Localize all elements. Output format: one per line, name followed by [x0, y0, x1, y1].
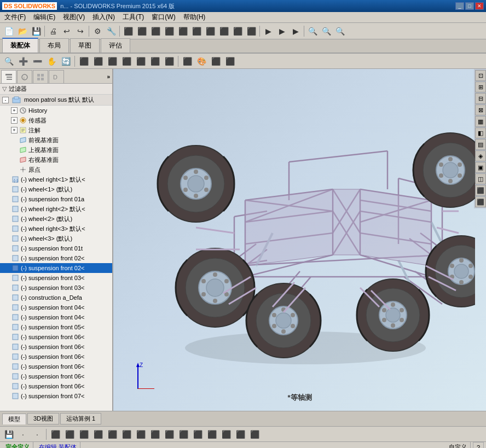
tree-item-sensors[interactable]: + 传感器: [0, 115, 112, 125]
tree-item-wheel-right-3[interactable]: (-) wheel right<3> 默认<: [0, 224, 112, 234]
menu-tools[interactable]: 工具(T): [119, 11, 147, 23]
history-expand[interactable]: +: [11, 107, 18, 114]
vp-btn-2[interactable]: ⊞: [475, 82, 486, 92]
zoom-out-button[interactable]: ➖: [31, 55, 44, 68]
display-btn-1[interactable]: ⬛: [77, 55, 90, 68]
tb-btn-11[interactable]: ▶: [262, 25, 275, 38]
tree-item-wheel-1[interactable]: (-) wheel<1> (默认): [0, 184, 112, 194]
tb-btn-13[interactable]: ▶: [289, 25, 302, 38]
cmd-btn-15[interactable]: ⬛: [205, 428, 218, 441]
panel-tab-property[interactable]: i: [17, 70, 32, 83]
realview-btn[interactable]: ⬛: [223, 55, 236, 68]
tb-btn-7[interactable]: ⬛: [204, 25, 217, 38]
cmd-btn-12[interactable]: ⬛: [163, 428, 176, 441]
cmd-btn-8[interactable]: ⬛: [106, 428, 119, 441]
cmd-btn-5[interactable]: ⬛: [63, 428, 76, 441]
tree-item-susp-05[interactable]: (-) suspension front 05<: [0, 322, 112, 332]
tb-btn-2[interactable]: ⬛: [135, 25, 148, 38]
new-button[interactable]: 📄: [2, 25, 15, 38]
tree-item-wheel-right-2[interactable]: (-) wheel right<2> 默认<: [0, 204, 112, 214]
panel-tab-feature-tree[interactable]: [1, 70, 16, 83]
vp-btn-12[interactable]: ⬛: [475, 196, 486, 207]
cmd-btn-3[interactable]: ·: [31, 428, 44, 441]
rotate-button[interactable]: 🔄: [59, 55, 72, 68]
tree-item-right-plane[interactable]: 右视基准面: [0, 155, 112, 165]
tree-item-susp-06f[interactable]: (-) suspension front 06<: [0, 381, 112, 391]
tree-item-susp-01a[interactable]: (-) suspension front 01a: [0, 194, 112, 204]
tb-btn-4[interactable]: ⬛: [163, 25, 176, 38]
cmd-btn-2[interactable]: ·: [16, 428, 30, 441]
tb-btn-12[interactable]: ▶: [275, 25, 288, 38]
tree-item-notes[interactable]: + 注解: [0, 125, 112, 135]
display-btn-4[interactable]: ⬛: [120, 55, 133, 68]
display-btn-6[interactable]: ⬛: [148, 55, 161, 68]
cmd-btn-18[interactable]: ⬛: [248, 428, 261, 441]
tab-evaluate[interactable]: 评估: [101, 38, 130, 53]
vp-btn-11[interactable]: ⬛: [475, 185, 486, 196]
menu-window[interactable]: 窗口(W): [148, 11, 178, 23]
tb-btn-16[interactable]: 🔍: [333, 25, 346, 38]
vp-btn-1[interactable]: ⊡: [475, 70, 486, 81]
tb-btn-15[interactable]: 🔍: [320, 25, 333, 38]
vp-btn-10[interactable]: ◫: [475, 173, 486, 184]
undo-button[interactable]: ↩: [60, 25, 73, 38]
tb-btn-5[interactable]: ⬛: [176, 25, 189, 38]
redo-button[interactable]: ↪: [74, 25, 87, 38]
tb-btn-1[interactable]: ⬛: [121, 25, 135, 38]
options-button[interactable]: 🔧: [105, 25, 118, 38]
vp-btn-5[interactable]: ▦: [475, 116, 486, 127]
panel-tab-more[interactable]: »: [106, 73, 111, 81]
help-button[interactable]: ?: [477, 444, 480, 449]
tree-item-susp-06e[interactable]: (-) suspension front 06<: [0, 371, 112, 381]
menu-file[interactable]: 文件(F): [1, 11, 29, 23]
sensors-expand[interactable]: +: [11, 117, 18, 124]
tree-item-susp-06b[interactable]: (-) suspension front 06<: [0, 342, 112, 352]
zoom-in-button[interactable]: ➕: [16, 55, 30, 68]
vp-btn-8[interactable]: ◈: [475, 150, 486, 161]
tree-item-susp-03a[interactable]: (-) suspension front 03<: [0, 273, 112, 283]
notes-expand[interactable]: +: [11, 127, 18, 133]
cmd-btn-9[interactable]: ⬛: [120, 428, 133, 441]
tree-item-susp-01b[interactable]: (-) suspension front 01t: [0, 243, 112, 253]
tree-item-susp-04a[interactable]: (-) suspension front 04<: [0, 302, 112, 312]
viewport[interactable]: ⊡ ⊞ ⊟ ⊠ ▦ ◧ ▤ ◈ ▣ ◫ ⬛ ⬛: [113, 69, 486, 411]
menu-view[interactable]: 视图(V): [60, 11, 88, 23]
close-button[interactable]: ✕: [475, 2, 484, 10]
tree-item-susp-02a[interactable]: (-) suspension front 02<: [0, 253, 112, 263]
tree-item-susp-03b[interactable]: (-) suspension front 03<: [0, 283, 112, 293]
menu-help[interactable]: 帮助(H): [180, 11, 209, 23]
tb-btn-10[interactable]: ⬛: [245, 25, 258, 38]
tree-item-susp-06d[interactable]: (-) suspension front 06<: [0, 362, 112, 371]
vp-btn-6[interactable]: ◧: [475, 127, 486, 138]
btab-motion[interactable]: 运动算例 1: [60, 413, 101, 424]
cmd-btn-1[interactable]: 💾: [2, 428, 15, 441]
cmd-btn-4[interactable]: ⬛: [49, 428, 62, 441]
tree-item-susp-07[interactable]: (-) suspension front 07<: [0, 391, 112, 401]
tree-item-susp-02-selected[interactable]: (-) suspension front 02<: [0, 263, 112, 273]
cmd-btn-16[interactable]: ⬛: [219, 428, 233, 441]
tree-item-wheel-2[interactable]: (-) wheel<2> (默认): [0, 214, 112, 224]
scene-btn[interactable]: ⬛: [209, 55, 222, 68]
pan-button[interactable]: ✋: [45, 55, 58, 68]
tree-item-susp-06c[interactable]: (-) suspension front 06<: [0, 352, 112, 362]
zoom-fit-button[interactable]: 🔍: [2, 55, 15, 68]
tree-item-construction[interactable]: (-) construction a_Defa: [0, 293, 112, 302]
tree-item-wheel-3[interactable]: (-) wheel<3> (默认): [0, 234, 112, 243]
tb-btn-14[interactable]: 🔍: [306, 25, 319, 38]
vp-btn-7[interactable]: ▤: [475, 139, 486, 150]
display-btn-5[interactable]: ⬛: [134, 55, 147, 68]
tree-item-origin[interactable]: 原点: [0, 165, 112, 174]
open-button[interactable]: 📂: [16, 25, 29, 38]
tab-assembly[interactable]: 装配体: [2, 38, 38, 53]
maximize-button[interactable]: □: [465, 2, 474, 10]
tree-item-susp-06a[interactable]: (-) suspension front 06<: [0, 332, 112, 342]
root-expand-btn[interactable]: -: [2, 97, 9, 103]
tree-item-history[interactable]: + History: [0, 106, 112, 115]
tab-sketch[interactable]: 草图: [70, 38, 100, 53]
panel-tab-config[interactable]: [33, 70, 48, 83]
cmd-btn-11[interactable]: ⬛: [148, 428, 161, 441]
tree-item-top-plane[interactable]: 上视基准面: [0, 145, 112, 155]
tree-root[interactable]: - moon patrol sus 默认 默认: [0, 95, 112, 106]
cmd-btn-10[interactable]: ⬛: [134, 428, 147, 441]
tb-btn-8[interactable]: ⬛: [217, 25, 230, 38]
